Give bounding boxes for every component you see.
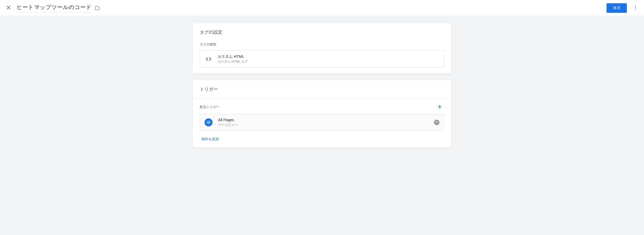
trigger-texts: All Pages ページビュー bbox=[218, 117, 434, 127]
tag-type-row[interactable]: カスタム HTML カスタム HTML タグ bbox=[200, 50, 444, 68]
tag-type-name: カスタム HTML bbox=[218, 54, 439, 59]
tag-config-card: タグの設定 タグの種類 カスタム HTML カスタム HTML タグ bbox=[193, 23, 451, 74]
plus-icon bbox=[437, 104, 443, 111]
svg-point-4 bbox=[635, 9, 636, 9]
folder-icon[interactable] bbox=[95, 5, 100, 11]
trigger-row[interactable]: All Pages ページビュー bbox=[200, 114, 444, 130]
code-icon bbox=[205, 56, 212, 63]
tag-type-texts: カスタム HTML カスタム HTML タグ bbox=[218, 54, 439, 64]
trigger-desc: ページビュー bbox=[218, 123, 434, 127]
svg-point-7 bbox=[208, 122, 209, 123]
trigger-card: トリガー 配信トリガー All Pages ページビュー bbox=[193, 80, 451, 148]
add-trigger-button[interactable] bbox=[435, 103, 444, 112]
add-exception-link[interactable]: 例外を追加 bbox=[193, 130, 219, 142]
pageview-icon bbox=[205, 118, 213, 126]
trigger-title: トリガー bbox=[193, 80, 451, 99]
tag-config-title: タグの設定 bbox=[193, 23, 451, 38]
content: タグの設定 タグの種類 カスタム HTML カスタム HTML タグ トリガー … bbox=[189, 23, 455, 148]
firing-trigger-label: 配信トリガー bbox=[200, 105, 219, 109]
firing-trigger-header: 配信トリガー bbox=[193, 99, 451, 114]
app-bar: 保存 bbox=[0, 0, 644, 16]
svg-point-2 bbox=[635, 6, 636, 7]
more-menu-button[interactable] bbox=[630, 3, 640, 13]
minus-icon bbox=[435, 120, 438, 124]
close-button[interactable] bbox=[4, 3, 14, 13]
tag-name-input[interactable] bbox=[16, 4, 92, 12]
tag-type-label: タグの種類 bbox=[193, 38, 451, 49]
svg-point-3 bbox=[635, 7, 636, 8]
close-icon bbox=[6, 5, 11, 11]
remove-trigger-button[interactable] bbox=[434, 120, 439, 125]
tag-type-desc: カスタム HTML タグ bbox=[218, 60, 439, 64]
trigger-name: All Pages bbox=[218, 117, 434, 122]
more-vert-icon bbox=[633, 5, 638, 11]
save-button[interactable]: 保存 bbox=[607, 3, 627, 13]
